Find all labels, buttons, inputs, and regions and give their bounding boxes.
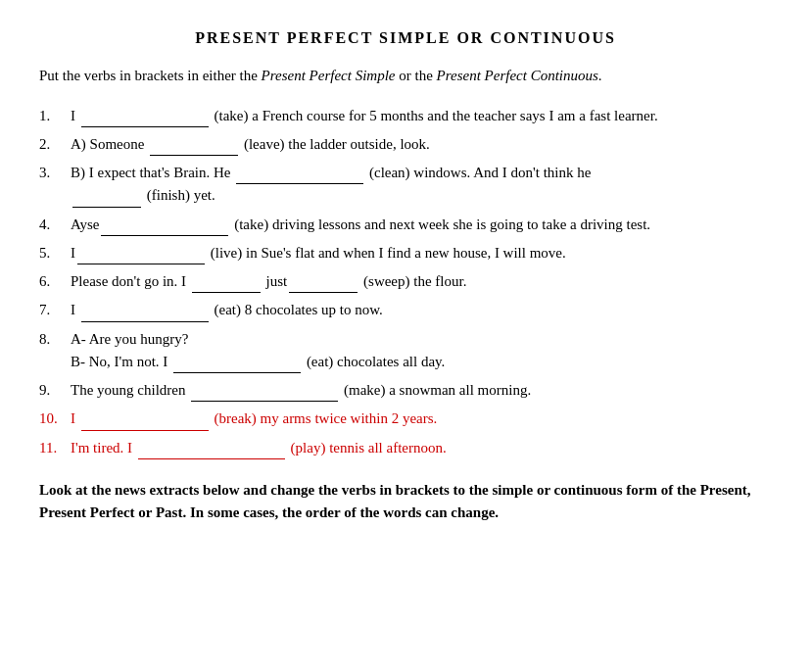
- item-number: 10.: [39, 408, 71, 430]
- blank-9: [191, 388, 338, 402]
- blank-11: [138, 446, 285, 459]
- list-item: 11. I'm tired. I (play) tennis all after…: [39, 437, 772, 459]
- item-content: A) Someone (leave) the ladder outside, l…: [71, 133, 772, 156]
- blank-3b: [72, 194, 141, 208]
- item-number: 6.: [39, 270, 71, 293]
- item-number: 11.: [39, 437, 71, 459]
- blank-7: [81, 309, 209, 322]
- item-number: 1.: [39, 105, 71, 127]
- item-content: I (eat) 8 chocolates up to now.: [71, 299, 772, 321]
- list-item: 6. Please don't go in. I just (sweep) th…: [39, 270, 772, 293]
- item-content: I'm tired. I (play) tennis all afternoon…: [71, 437, 772, 459]
- instructions: Put the verbs in brackets in either the …: [39, 65, 772, 87]
- list-item: 1. I (take) a French course for 5 months…: [39, 105, 772, 127]
- blank-8: [173, 360, 301, 373]
- item-content: I (break) my arms twice within 2 years.: [71, 408, 772, 430]
- item-content: Please don't go in. I just (sweep) the f…: [71, 270, 772, 293]
- item-number: 4.: [39, 214, 71, 236]
- blank-5: [77, 251, 205, 264]
- item-number: 5.: [39, 242, 71, 264]
- blank-3a: [236, 170, 363, 184]
- list-item: 10. I (break) my arms twice within 2 yea…: [39, 408, 772, 430]
- page-title: PRESENT PERFECT SIMPLE OR CONTINUOUS: [39, 29, 772, 47]
- item-content: Ayse (take) driving lessons and next wee…: [71, 214, 772, 236]
- item-content: I (take) a French course for 5 months an…: [71, 105, 772, 127]
- list-item: 8. A- Are you hungry? B- No, I'm not. I …: [39, 328, 772, 374]
- list-item: 9. The young children (make) a snowman a…: [39, 379, 772, 402]
- item-content: A- Are you hungry? B- No, I'm not. I (ea…: [71, 328, 772, 374]
- item-number: 9.: [39, 379, 71, 402]
- list-item: 3. B) I expect that's Brain. He (clean) …: [39, 162, 772, 208]
- list-item: 2. A) Someone (leave) the ladder outside…: [39, 133, 772, 156]
- item-number: 3.: [39, 162, 71, 208]
- blank-6a: [192, 279, 261, 293]
- item-number: 2.: [39, 133, 71, 156]
- item-content: I (live) in Sue's flat and when I find a…: [71, 242, 772, 264]
- blank-10: [81, 417, 209, 431]
- exercise-list: 1. I (take) a French course for 5 months…: [39, 105, 772, 459]
- item-content: The young children (make) a snowman all …: [71, 379, 772, 402]
- blank-2: [150, 142, 238, 156]
- item-number: 8.: [39, 328, 71, 374]
- blank-4: [101, 222, 228, 236]
- list-item: 5. I (live) in Sue's flat and when I fin…: [39, 242, 772, 264]
- list-item: 4. Ayse (take) driving lessons and next …: [39, 214, 772, 236]
- blank-1: [81, 114, 209, 127]
- list-item: 7. I (eat) 8 chocolates up to now.: [39, 299, 772, 321]
- item-content: B) I expect that's Brain. He (clean) win…: [71, 162, 772, 208]
- item-number: 7.: [39, 299, 71, 321]
- section2-instructions: Look at the news extracts below and chan…: [39, 479, 772, 525]
- blank-6b: [289, 279, 358, 293]
